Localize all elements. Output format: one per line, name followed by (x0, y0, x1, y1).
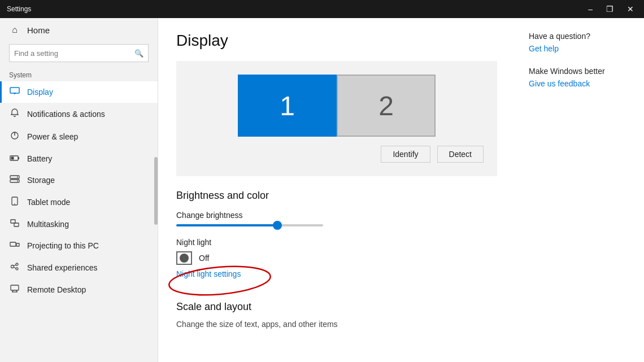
help-section: Have a question? Get help (529, 32, 635, 53)
sidebar-item-power[interactable]: Power & sleep (0, 125, 158, 148)
night-light-state: Off (199, 254, 209, 263)
svg-point-19 (16, 263, 18, 265)
sidebar-item-storage[interactable]: Storage (0, 169, 158, 191)
monitor-2[interactable]: 2 (337, 75, 436, 137)
notifications-icon (9, 108, 20, 120)
svg-line-21 (14, 265, 16, 266)
svg-rect-0 (10, 88, 19, 93)
sidebar-item-storage-label: Storage (27, 176, 55, 185)
get-help-link[interactable]: Get help (529, 44, 559, 53)
storage-icon (9, 175, 20, 185)
sidebar-item-tablet-label: Tablet mode (27, 198, 70, 207)
remote-icon (9, 285, 20, 295)
give-feedback-link[interactable]: Give us feedback (529, 79, 590, 88)
sidebar-item-tablet[interactable]: Tablet mode (0, 191, 158, 213)
sidebar-item-multitasking[interactable]: Multitasking (0, 213, 158, 235)
sidebar-item-battery-label: Battery (27, 154, 52, 163)
multitasking-icon (9, 219, 20, 229)
minimize-button[interactable]: – (585, 4, 596, 14)
monitor-buttons: Identify Detect (190, 146, 484, 163)
svg-point-11 (17, 181, 18, 182)
sidebar-item-multitasking-label: Multitasking (27, 220, 69, 229)
sidebar-item-projecting-label: Projecting to this PC (27, 241, 99, 250)
night-light-settings-link[interactable]: Night light settings (176, 269, 241, 278)
svg-point-13 (14, 203, 15, 204)
right-panel: Have a question? Get help Make Windows b… (520, 18, 644, 362)
title-bar: Settings – ❐ ✕ (0, 0, 644, 18)
sidebar-item-shared-label: Shared experiences (27, 263, 98, 272)
sidebar-item-notifications[interactable]: Notifications & actions (0, 103, 158, 125)
sidebar-item-power-label: Power & sleep (27, 132, 78, 141)
svg-rect-23 (11, 285, 19, 290)
scale-section-heading: Scale and layout (176, 301, 497, 313)
brightness-slider[interactable] (176, 224, 323, 226)
app-title: Settings (7, 5, 31, 13)
monitor-1[interactable]: 1 (238, 75, 337, 137)
close-button[interactable]: ✕ (624, 4, 637, 14)
night-light-link-container: Night light settings (176, 269, 497, 290)
restore-button[interactable]: ❐ (603, 4, 617, 14)
svg-point-10 (17, 177, 18, 178)
svg-rect-7 (11, 157, 14, 160)
app-container: ⌂ Home 🔍 System Display Notifications & … (0, 18, 644, 362)
home-label: Home (27, 25, 50, 35)
sidebar-item-display-label: Display (27, 88, 53, 97)
page-title: Display (176, 32, 497, 50)
search-input[interactable] (14, 49, 134, 58)
scrollbar-thumb (154, 157, 158, 225)
window-controls: – ❐ ✕ (585, 4, 637, 14)
detect-button[interactable]: Detect (437, 146, 484, 163)
svg-rect-17 (16, 243, 19, 246)
home-icon: ⌂ (9, 25, 20, 35)
svg-rect-16 (10, 242, 16, 246)
shared-icon (9, 262, 20, 273)
sidebar-item-battery[interactable]: Battery (0, 148, 158, 169)
identify-button[interactable]: Identify (381, 146, 430, 163)
toggle-circle (180, 254, 189, 263)
night-light-toggle[interactable] (176, 251, 192, 265)
battery-icon (9, 154, 20, 164)
svg-rect-6 (18, 157, 19, 159)
search-icon: 🔍 (134, 49, 143, 58)
sidebar-item-remote[interactable]: Remote Desktop (0, 279, 158, 300)
sidebar-item-projecting[interactable]: Projecting to this PC (0, 235, 158, 256)
brightness-slider-container (176, 224, 497, 226)
make-windows-better-text: Make Windows better (529, 67, 635, 76)
svg-rect-14 (11, 220, 15, 223)
annotation-wrapper: Night light settings (176, 269, 241, 290)
monitors-row: 1 2 (238, 75, 436, 137)
sidebar-item-shared[interactable]: Shared experiences (0, 256, 158, 279)
svg-point-27 (168, 264, 271, 298)
sidebar-item-notifications-label: Notifications & actions (27, 110, 105, 119)
brightness-section-heading: Brightness and color (176, 190, 497, 202)
svg-rect-15 (14, 223, 19, 226)
home-button[interactable]: ⌂ Home (0, 18, 158, 42)
main-content: Display 1 2 Identify Detect Brightness a… (158, 18, 520, 362)
have-question-text: Have a question? (529, 32, 635, 41)
sidebar-item-display[interactable]: Display (0, 81, 158, 103)
sidebar-item-remote-label: Remote Desktop (27, 285, 86, 294)
brightness-label: Change brightness (176, 211, 497, 220)
night-light-label: Night light (176, 238, 497, 247)
search-box[interactable]: 🔍 (9, 44, 149, 62)
sidebar: ⌂ Home 🔍 System Display Notifications & … (0, 18, 158, 362)
svg-point-18 (11, 265, 14, 268)
svg-point-20 (16, 268, 18, 270)
feedback-section: Make Windows better Give us feedback (529, 67, 635, 88)
display-icon (9, 87, 20, 97)
projecting-icon (9, 241, 20, 251)
power-icon (9, 131, 20, 142)
night-light-row: Off (176, 251, 497, 265)
svg-line-22 (14, 267, 16, 268)
tablet-icon (9, 197, 20, 208)
monitor-display-section: 1 2 Identify Detect (176, 61, 497, 176)
sidebar-scrollbar[interactable] (154, 69, 158, 362)
system-label: System (0, 67, 158, 81)
scale-sub-label: Change the size of text, apps, and other… (176, 320, 497, 329)
